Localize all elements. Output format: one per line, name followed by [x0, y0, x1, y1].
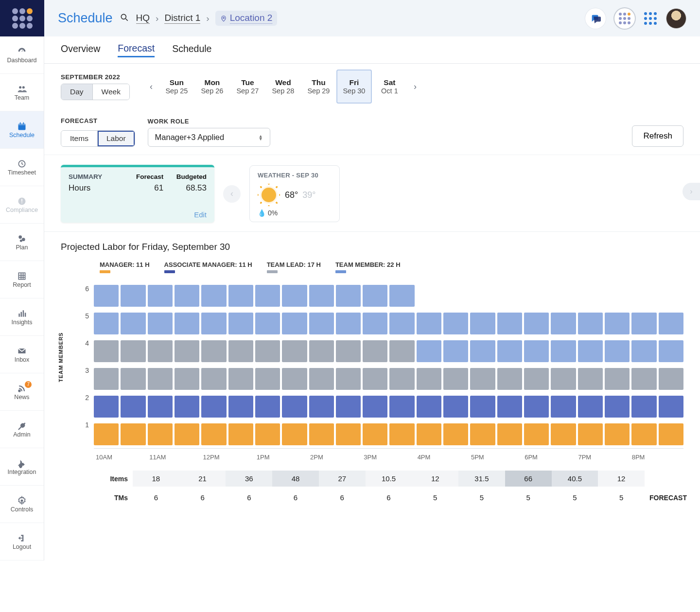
period-label: SEPTEMBER 2022	[61, 73, 130, 81]
svg-point-26	[223, 17, 224, 18]
day-sun[interactable]: SunSep 25	[159, 70, 194, 104]
sidebar-item-label: Report	[13, 281, 31, 288]
legend-item: MANAGER: 11 H	[100, 261, 150, 273]
sidebar-item-team[interactable]: Team	[0, 74, 44, 111]
tab-forecast[interactable]: Forecast	[118, 43, 155, 57]
tms-cell: 6	[226, 490, 272, 505]
table-row-label-tms: TMs	[94, 494, 133, 502]
svg-point-0	[19, 86, 21, 88]
apps-switcher-button[interactable]	[614, 8, 635, 29]
sidebar-item-plan[interactable]: Plan	[0, 224, 44, 261]
view-mode-week[interactable]: Week	[92, 84, 129, 100]
svg-point-24	[121, 14, 126, 19]
items-cell: 27	[319, 471, 366, 487]
sidebar-item-integration[interactable]: Integration	[0, 448, 44, 486]
insights-icon	[15, 308, 29, 319]
news-icon: 7	[15, 383, 29, 394]
carousel-next[interactable]: ›	[682, 183, 700, 200]
sidebar-item-compliance[interactable]: Compliance	[0, 186, 44, 224]
sidebar-item-insights[interactable]: Insights	[0, 298, 44, 336]
day-tue[interactable]: TueSep 27	[230, 70, 265, 104]
sidebar-item-logout[interactable]: Logout	[0, 523, 44, 560]
tms-cell: 6	[133, 490, 179, 505]
summary-budgeted-value: 68.53	[163, 183, 207, 193]
tab-schedule[interactable]: Schedule	[172, 43, 211, 56]
forecast-filter-label: FORECAST	[61, 117, 135, 124]
sidebar-item-label: Timesheet	[8, 169, 36, 176]
sidebar-item-report[interactable]: Report	[0, 261, 44, 298]
svg-point-22	[18, 390, 20, 391]
svg-point-11	[22, 238, 25, 241]
tms-cell: 5	[552, 490, 598, 505]
sidebar-item-timesheet[interactable]: Timesheet	[0, 149, 44, 186]
svg-rect-18	[18, 314, 20, 317]
team-icon	[15, 84, 29, 94]
tms-cell: 6	[366, 490, 412, 505]
tms-cell: 5	[505, 490, 552, 505]
summary-row-label: Hours	[69, 183, 121, 193]
svg-line-25	[125, 18, 127, 20]
items-cell: 21	[179, 471, 226, 487]
sidebar-item-label: Plan	[16, 244, 28, 251]
forecast-labor-option[interactable]: Labor	[97, 131, 135, 146]
workrole-select[interactable]: Manager+3 Applied ▲▼	[148, 128, 270, 147]
sidebar-item-label: Dashboard	[7, 57, 36, 64]
sidebar-item-label: Schedule	[9, 132, 35, 139]
svg-rect-4	[20, 122, 21, 124]
tab-overview[interactable]: Overview	[61, 43, 100, 56]
sidebar-item-inbox[interactable]: Inbox	[0, 336, 44, 373]
search-icon[interactable]	[120, 13, 129, 24]
sidebar-item-dashboard[interactable]: Dashboard	[0, 36, 44, 74]
tms-cell: 6	[179, 490, 226, 505]
tms-cell: 5	[412, 490, 458, 505]
dashboard-icon	[15, 46, 29, 57]
sidebar-item-admin[interactable]: Admin	[0, 411, 44, 448]
day-thu[interactable]: ThuSep 29	[301, 70, 336, 104]
svg-point-23	[21, 500, 23, 502]
sidebar-item-label: Inbox	[15, 356, 30, 363]
breadcrumb-hq[interactable]: HQ	[136, 13, 150, 24]
apps-grid-icon[interactable]	[644, 12, 657, 25]
sidebar-item-schedule[interactable]: Schedule	[0, 111, 44, 149]
sidebar-item-news[interactable]: 7News	[0, 373, 44, 411]
sidebar-item-controls[interactable]: Controls	[0, 486, 44, 523]
breadcrumb-district[interactable]: District 1	[164, 13, 200, 24]
svg-rect-19	[21, 312, 22, 317]
date-next[interactable]: ›	[407, 79, 423, 94]
schedule-icon	[15, 121, 29, 132]
svg-rect-8	[21, 199, 22, 202]
logout-icon	[15, 533, 29, 543]
items-cell: 10.5	[366, 471, 412, 487]
svg-rect-20	[23, 310, 24, 316]
integration-icon	[15, 458, 29, 469]
app-logo[interactable]	[0, 0, 44, 36]
carousel-prev[interactable]: ‹	[223, 185, 241, 203]
svg-point-10	[18, 235, 22, 239]
svg-rect-5	[23, 122, 24, 124]
svg-point-12	[20, 240, 22, 242]
legend-item: TEAM LEAD: 17 H	[267, 261, 321, 273]
day-fri[interactable]: FriSep 30	[336, 70, 372, 104]
day-wed[interactable]: WedSep 28	[265, 70, 301, 104]
legend-item: ASSOCIATE MANAGER: 11 H	[164, 261, 252, 273]
table-forecast-label: FORECAST	[645, 494, 683, 502]
summary-edit-link[interactable]: Edit	[69, 210, 207, 219]
day-sat[interactable]: SatOct 1	[372, 70, 407, 104]
breadcrumb-location[interactable]: Location 2	[215, 11, 278, 26]
workrole-filter-label: WORK ROLE	[148, 118, 270, 125]
svg-rect-13	[18, 273, 25, 279]
summary-col-forecast: Forecast	[121, 173, 164, 180]
forecast-items-option[interactable]: Items	[61, 131, 97, 146]
sidebar-item-label: News	[14, 394, 29, 401]
chat-button[interactable]	[585, 8, 606, 29]
sidebar-item-label: Controls	[11, 506, 34, 513]
user-avatar[interactable]	[666, 8, 686, 29]
view-mode-day[interactable]: Day	[61, 84, 92, 100]
date-prev[interactable]: ‹	[143, 79, 159, 94]
weather-low: 39°	[302, 190, 315, 200]
svg-rect-21	[25, 313, 26, 316]
items-cell: 12	[412, 471, 458, 487]
day-mon[interactable]: MonSep 26	[194, 70, 230, 104]
items-cell: 18	[133, 471, 179, 487]
refresh-button[interactable]: Refresh	[632, 125, 683, 147]
